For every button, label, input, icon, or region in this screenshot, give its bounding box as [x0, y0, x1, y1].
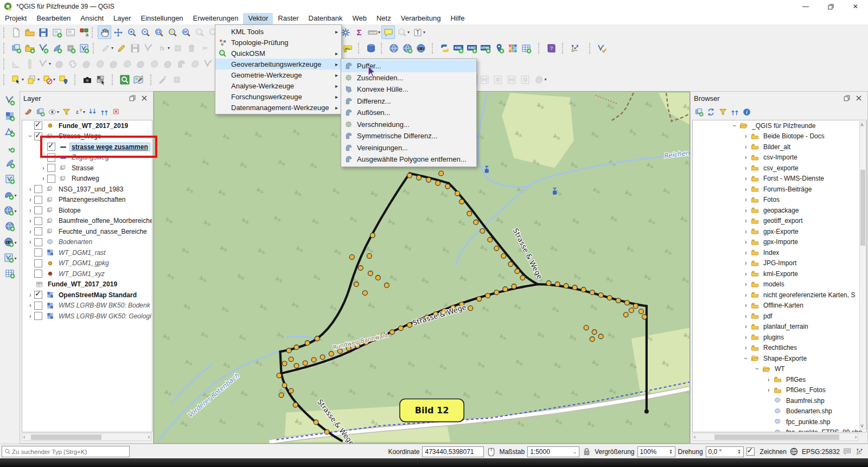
pan-map-icon[interactable]: [98, 25, 111, 39]
select-features-icon[interactable]: [9, 73, 23, 86]
add-raster-layer-icon[interactable]: [3, 109, 17, 123]
filter-browser-icon[interactable]: [717, 106, 729, 118]
expander-icon[interactable]: ›: [765, 376, 773, 383]
add-wms-quick-icon[interactable]: [23, 41, 36, 55]
layer-visibility-checkbox[interactable]: [34, 196, 42, 204]
layer-label[interactable]: Funde_WT_2017_2019: [46, 280, 119, 288]
manage-map-themes-icon[interactable]: [46, 106, 58, 118]
autotrace-icon[interactable]: [131, 73, 145, 86]
toolbar-handle[interactable]: [93, 43, 98, 54]
properties-widget-icon[interactable]: i: [741, 106, 752, 118]
layer-visibility-checkbox[interactable]: [34, 227, 42, 235]
browser-item-shape-exporte[interactable]: ›Shape-Exporte: [693, 353, 866, 364]
menu-ansicht[interactable]: Ansicht: [75, 13, 108, 24]
raster-mask-2-icon[interactable]: [491, 73, 505, 86]
pin-import-icon[interactable]: [492, 41, 506, 55]
toolbar-handle[interactable]: [150, 74, 155, 85]
layer-visibility-checkbox[interactable]: [34, 291, 42, 299]
expander-icon[interactable]: ›: [743, 239, 750, 246]
expander-icon[interactable]: ›: [743, 175, 750, 182]
raster-mask-5-icon[interactable]: [532, 73, 545, 86]
menu-item-kml-tools[interactable]: KML Tools▸: [215, 26, 341, 37]
add-part-icon[interactable]: [120, 57, 133, 71]
browser-label[interactable]: csv-Importe: [762, 153, 799, 161]
menu-einstellungen[interactable]: Einstellungen: [136, 13, 188, 24]
add-geopackage-layer-icon[interactable]: [3, 156, 17, 170]
layer-label[interactable]: NSG_1937_und_1983: [57, 185, 125, 193]
expander-icon[interactable]: ›: [743, 291, 750, 298]
expander-icon[interactable]: ›: [27, 133, 34, 140]
layer-item-rundweg[interactable]: ›Rundweg: [22, 174, 152, 184]
menu-item-puffer-[interactable]: Puffer...: [341, 60, 476, 72]
layer-visibility-checkbox[interactable]: [34, 270, 42, 278]
menu-bearbeiten[interactable]: Bearbeiten: [31, 13, 75, 24]
layout-manager-icon[interactable]: [63, 25, 77, 39]
browser-label[interactable]: JPG-Import: [762, 259, 798, 267]
browser-label[interactable]: WT: [773, 365, 787, 373]
layer-label[interactable]: Bodenarten: [57, 238, 94, 246]
float-panel-icon[interactable]: [843, 94, 852, 104]
layer-item-biotope[interactable]: ›Biotope: [22, 205, 152, 216]
layer-item-funde-wt-2017-2019[interactable]: Funde_WT_2017_2019: [22, 279, 152, 290]
expander-icon[interactable]: ›: [743, 260, 750, 267]
browser-item-baumfrei-shp[interactable]: Baumfrei.shp: [693, 395, 866, 406]
map-tips-icon[interactable]: [381, 25, 395, 39]
menu-projekt[interactable]: Projekt: [0, 13, 31, 24]
scale-combobox[interactable]: 1:5000⌄: [527, 446, 579, 457]
topology-checker-icon[interactable]: [568, 41, 582, 55]
new-bookmark-icon[interactable]: [395, 25, 409, 39]
expander-icon[interactable]: ›: [743, 185, 750, 193]
browser-item-models[interactable]: ›models: [693, 279, 866, 290]
browser-label[interactable]: models: [762, 280, 786, 288]
browser-label[interactable]: gpx-Importe: [762, 238, 800, 246]
browser-item--qgis-f-r-pilzfreunde[interactable]: ›_QGIS für Pilzfreunde: [693, 120, 866, 131]
zoom-in-icon[interactable]: [125, 25, 138, 39]
layer-visibility-checkbox[interactable]: [34, 185, 42, 193]
browser-item-pflges[interactable]: ›PflGes: [693, 374, 866, 385]
browser-item-wt[interactable]: ›WT: [693, 364, 866, 375]
filter-legend-icon[interactable]: [60, 106, 72, 118]
wms-search-icon[interactable]: [400, 41, 414, 55]
add-ring-icon[interactable]: [106, 57, 120, 71]
layer-item-wt-dgm1-gpkg[interactable]: WT_DGM1_gpkg: [22, 258, 152, 269]
field-calculator-icon[interactable]: fx: [155, 41, 169, 55]
menu-item-zuschneiden-[interactable]: Zuschneiden...: [341, 72, 476, 84]
zoom-to-layer-icon[interactable]: [179, 25, 193, 39]
browser-item-fpc-punkte-shp[interactable]: fpc_punkte.shp: [693, 417, 866, 427]
add-wfs-layer-icon[interactable]: [2, 235, 15, 248]
layer-item-feuchte-und-nasse-bereiche[interactable]: ›Feuchte_und_nasse_Bereiche: [22, 226, 152, 237]
browser-vscrollbar[interactable]: ˄ ˅: [859, 121, 866, 430]
minimize-button[interactable]: —: [793, 0, 818, 13]
layer-item-strasse[interactable]: ›Strasse: [22, 163, 152, 174]
expander-icon[interactable]: ›: [27, 239, 34, 246]
layer-label[interactable]: WT_DGM1_gpkg: [57, 259, 111, 267]
layer-item-pflanzengesellschaften[interactable]: ›Pflanzengesellschaften: [22, 195, 152, 206]
expander-icon[interactable]: ›: [743, 249, 750, 256]
add-wms-layer-icon[interactable]: [2, 203, 15, 217]
delete-ring-icon[interactable]: [147, 57, 161, 71]
expander-icon[interactable]: ›: [765, 387, 773, 394]
menu-item-analyse-werkzeuge[interactable]: Analyse-Werkzeuge▸: [215, 80, 341, 91]
add-vector-layer-icon[interactable]: [3, 93, 17, 107]
browser-label[interactable]: csv_exporte: [762, 164, 800, 172]
browser-label[interactable]: nicht georeferenzierte Karten, S: [762, 291, 857, 299]
browser-label[interactable]: kml-Exporte: [762, 270, 800, 278]
add-postgis-layer-icon[interactable]: [2, 188, 15, 201]
new-project-icon[interactable]: [9, 25, 23, 39]
add-virtual-layer-icon[interactable]: [2, 251, 15, 264]
close-panel-icon[interactable]: [140, 94, 150, 104]
expander-icon[interactable]: ›: [27, 217, 34, 225]
expander-icon[interactable]: ›: [27, 207, 34, 214]
task-icon[interactable]: [855, 447, 865, 457]
browser-hscrollbar[interactable]: ‹ ›: [692, 433, 858, 441]
menu-item-verschneidung-[interactable]: Verschneidung...: [341, 119, 476, 131]
browser-item-geotiff-export[interactable]: ›geotiff_export: [693, 216, 866, 227]
browser-item-nicht-georeferenzierte-karten-s[interactable]: ›nicht georeferenzierte Karten, S: [693, 290, 866, 300]
browser-item-plugins[interactable]: ›plugins: [693, 332, 866, 343]
osm-place-search-icon[interactable]: [118, 73, 131, 86]
copy-move-icon[interactable]: [66, 57, 79, 71]
browser-item-index[interactable]: ›Index: [693, 247, 866, 258]
toolbar-handle[interactable]: [3, 59, 8, 69]
raster-selector-icon[interactable]: [94, 73, 107, 86]
menu-item-differenz-[interactable]: Differenz...: [341, 95, 476, 107]
